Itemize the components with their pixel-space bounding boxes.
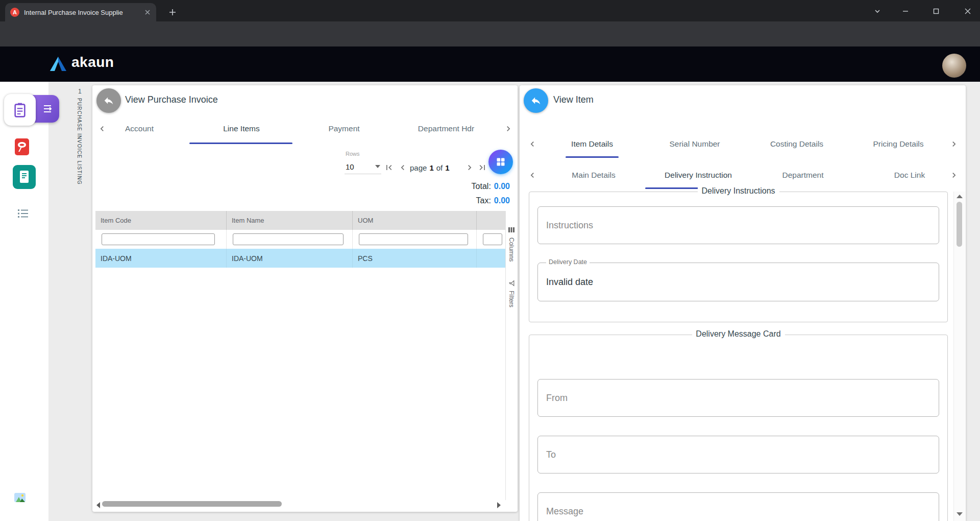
uom-filter-input[interactable] (359, 233, 468, 245)
extra-filter-input[interactable] (483, 233, 502, 245)
tab-pricing-details[interactable]: Pricing Details (873, 139, 923, 149)
to-field[interactable]: To (537, 436, 939, 473)
item-code-filter-input[interactable] (102, 233, 215, 245)
next-page-button[interactable] (464, 162, 475, 173)
columns-tool[interactable]: Columns (506, 226, 517, 272)
detail-tabs-scroll-left-icon[interactable] (527, 170, 538, 181)
vscroll-thumb[interactable] (957, 202, 962, 247)
previous-page-button[interactable] (397, 162, 408, 173)
table-row[interactable]: IDA-UOM IDA-UOM PCS (95, 249, 505, 268)
column-header-uom[interactable]: UOM (353, 211, 477, 230)
from-field[interactable]: From (537, 379, 939, 417)
cell-item-code: IDA-UOM (95, 249, 227, 268)
tab-line-items[interactable]: Line Items (223, 124, 260, 133)
item-tabs-scroll-left-icon[interactable] (527, 138, 538, 150)
table-header-row: Item Code Item Name UOM (95, 211, 505, 230)
tab-payment[interactable]: Payment (328, 124, 359, 133)
tab-account[interactable]: Account (125, 124, 154, 133)
purchase-invoice-panel: View Purchase Invoice Account Line Items… (92, 85, 518, 512)
grid-icon (496, 157, 506, 167)
hscroll-left-arrow[interactable] (96, 502, 100, 508)
detail-tabs-scroll-right-icon[interactable] (948, 170, 960, 181)
vscroll-down-arrow[interactable] (957, 512, 963, 516)
item-back-button[interactable] (524, 88, 548, 113)
tab-item-details[interactable]: Item Details (571, 139, 613, 149)
cell-extra (477, 249, 505, 268)
filter-funnel-icon (508, 280, 515, 287)
user-avatar[interactable] (942, 54, 966, 78)
from-placeholder: From (546, 393, 568, 404)
delivery-date-value: Invalid date (546, 277, 593, 288)
tab-department[interactable]: Department (782, 171, 824, 180)
tab-main-details[interactable]: Main Details (572, 171, 615, 180)
red-applet-icon[interactable] (14, 138, 30, 155)
document-applet-icon[interactable] (13, 165, 36, 189)
window-minimize-button[interactable] (899, 5, 912, 17)
new-tab-button[interactable] (166, 6, 179, 18)
tab-doc-link[interactable]: Doc Link (894, 171, 925, 180)
select-underline (345, 174, 381, 174)
message-field[interactable]: Message (537, 492, 939, 521)
total-label: Total: (472, 182, 491, 191)
active-tab-underline (189, 143, 292, 144)
delivery-instructions-legend: Delivery Instructions (697, 186, 779, 196)
grid-view-button[interactable] (488, 150, 513, 174)
reply-arrow-icon (530, 95, 542, 106)
first-page-button[interactable] (383, 162, 395, 173)
last-page-button[interactable] (477, 162, 488, 173)
table-filter-row (95, 230, 505, 249)
list-menu-icon[interactable] (16, 207, 30, 220)
item-name-filter-input[interactable] (233, 233, 344, 245)
applet-icon-card[interactable] (4, 94, 36, 126)
tab-serial-number[interactable]: Serial Number (669, 139, 720, 149)
invoice-tabs-scroll-left-icon[interactable] (96, 123, 108, 134)
message-placeholder: Message (546, 506, 583, 517)
tab-search-chevron-icon[interactable] (871, 5, 884, 17)
tax-value: 0.00 (494, 196, 510, 205)
total-row: Total: 0.00 (297, 180, 510, 193)
window-close-button[interactable] (962, 5, 974, 17)
filters-tool[interactable]: Filters (506, 279, 517, 320)
window-maximize-button[interactable] (930, 5, 942, 17)
vscroll-up-arrow[interactable] (957, 195, 963, 198)
invoice-panel-title: View Purchase Invoice (125, 94, 218, 105)
tab-title: Internal Purchase Invoice Supplie (24, 9, 135, 16)
page-total: 1 (445, 163, 449, 172)
delivery-date-field[interactable]: Invalid date (537, 263, 939, 301)
akaun-logo-text: akaun (71, 54, 114, 70)
delivery-message-card-legend: Delivery Message Card (692, 329, 785, 339)
invoice-back-button[interactable] (96, 88, 121, 113)
app-sidebar (0, 82, 48, 521)
hscroll-right-arrow[interactable] (497, 502, 501, 508)
page-word: page (410, 163, 427, 172)
page-current: 1 (429, 163, 433, 172)
columns-icon (508, 226, 515, 233)
hscroll-thumb[interactable] (102, 501, 282, 507)
rows-label: Rows (346, 151, 360, 157)
rows-per-page-value: 10 (346, 162, 354, 171)
select-caret-icon (375, 165, 380, 168)
column-header-item-name[interactable]: Item Name (227, 211, 353, 230)
image-thumbnail-icon[interactable] (14, 492, 26, 503)
reply-arrow-icon (103, 95, 114, 106)
browser-tab[interactable]: A Internal Purchase Invoice Supplie (5, 3, 156, 21)
rows-per-page-select[interactable]: 10 (346, 160, 380, 173)
item-panel-scrollbar (953, 192, 965, 521)
invoice-tabs-scroll-right-icon[interactable] (503, 123, 514, 134)
tab-delivery-instruction[interactable]: Delivery Instruction (665, 171, 732, 180)
tax-row: Tax: 0.00 (297, 195, 510, 207)
akaun-logo-icon (49, 56, 67, 72)
browser-tab-strip: A Internal Purchase Invoice Supplie (0, 0, 980, 21)
column-header-item-code[interactable]: Item Code (95, 211, 227, 230)
menu-icon[interactable] (42, 103, 54, 115)
tab-costing-details[interactable]: Costing Details (770, 139, 823, 149)
instructions-field[interactable]: Instructions (537, 206, 939, 244)
app-header: akaun (0, 46, 980, 82)
columns-tool-label: Columns (508, 238, 515, 262)
tab-close-icon[interactable] (144, 9, 151, 16)
instructions-placeholder: Instructions (546, 220, 593, 231)
listing-tab-label[interactable]: PURCHASE INVOICE LISTING (77, 98, 82, 210)
view-item-panel: View Item Item Details Serial Number Cos… (520, 85, 966, 521)
tab-department-hdr[interactable]: Department Hdr (418, 124, 474, 133)
item-tabs-scroll-right-icon[interactable] (948, 138, 960, 150)
